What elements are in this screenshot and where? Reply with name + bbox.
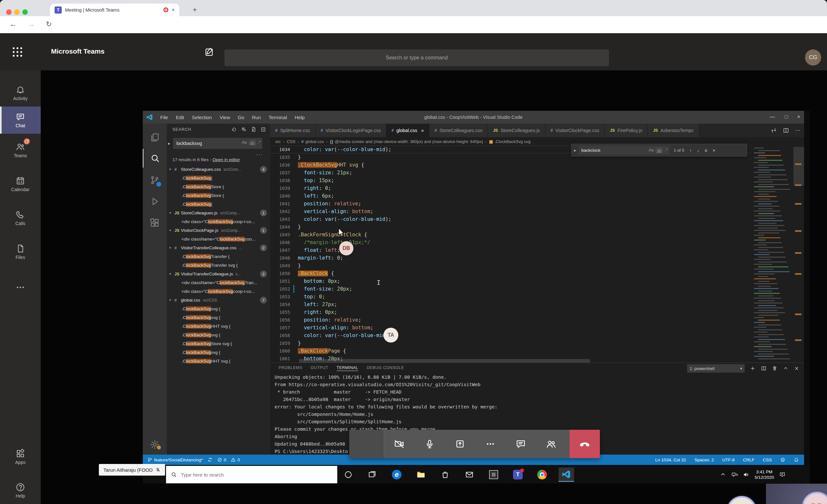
refresh-icon[interactable] xyxy=(231,127,237,133)
activity-debug-icon[interactable] xyxy=(143,192,167,211)
taskbar-teams-icon[interactable]: T xyxy=(510,467,526,482)
sidebar-item-calendar[interactable]: Calendar xyxy=(0,170,41,198)
hangup-button[interactable] xyxy=(570,430,600,458)
search-result-match[interactable]: .ClockBackSvgStore svg { xyxy=(167,339,270,348)
more-actions-icon[interactable]: ⋯ xyxy=(795,127,801,134)
control-more-button[interactable] xyxy=(475,430,505,458)
search-result-match[interactable]: .ClockBackSvg { xyxy=(167,174,270,183)
match-case-icon[interactable]: Aa xyxy=(242,140,246,145)
feedback-icon[interactable] xyxy=(780,457,785,462)
status-language[interactable]: CSS xyxy=(763,457,772,462)
search-result-match[interactable]: .ClockBackSvgStore { xyxy=(167,191,270,200)
teams-search-input[interactable] xyxy=(225,49,609,66)
new-tab-button[interactable]: + xyxy=(193,6,197,13)
activity-scm-icon[interactable] xyxy=(143,171,167,190)
participant-tile-db[interactable]: DB Dipanjana Bose (Sharepoi... xyxy=(766,484,827,504)
menu-run[interactable]: Run xyxy=(249,113,264,121)
taskbar-clock[interactable]: 3:41 PM 5/12/2020 xyxy=(755,469,774,480)
control-share-button[interactable] xyxy=(445,430,475,458)
activity-search-icon[interactable] xyxy=(143,149,167,167)
breadcrumb-segment[interactable]: CSS xyxy=(287,139,296,144)
participant-avatar-ta[interactable]: TA xyxy=(727,496,757,504)
editor-tab-StoreColleagues.css[interactable]: #StoreColleagues.css xyxy=(429,124,488,137)
find-expand-icon[interactable]: ▸ xyxy=(574,148,576,153)
sidebar-item-chat[interactable]: Chat xyxy=(0,107,41,134)
app-launcher-icon[interactable] xyxy=(11,46,24,58)
taskbar-chrome-icon[interactable] xyxy=(534,467,550,482)
horizontal-scrollbar[interactable] xyxy=(299,359,590,363)
search-result-file[interactable]: ▾JSVisitorTransferColleague.jss...2 xyxy=(167,269,270,278)
editor-tab-StoreColleagues.js[interactable]: JSStoreColleagues.js xyxy=(488,124,545,137)
user-avatar[interactable]: CG xyxy=(805,49,821,65)
regex-icon[interactable]: .* xyxy=(258,140,260,145)
taskbar-vscode-icon[interactable] xyxy=(558,467,574,482)
activity-extensions-icon[interactable] xyxy=(143,213,167,232)
editor-tab-FirePolicy.js[interactable]: JSFirePolicy.js xyxy=(605,124,648,137)
editor-tab-SplitHome.css[interactable]: #SplitHome.css xyxy=(270,124,315,137)
taskbar-photos-icon[interactable] xyxy=(486,467,501,482)
breadcrumb-segment[interactable]: src xyxy=(275,139,281,144)
search-result-match[interactable]: .ClockBackSvg svg { xyxy=(167,348,270,357)
kill-terminal-icon[interactable] xyxy=(772,365,778,371)
control-mic-button[interactable] xyxy=(415,430,445,458)
clear-results-icon[interactable] xyxy=(241,127,247,133)
status-encoding[interactable]: UTF-8 xyxy=(722,457,735,462)
forward-button[interactable]: → xyxy=(28,20,35,29)
menu-terminal[interactable]: Terminal xyxy=(265,113,290,121)
action-center-icon[interactable] xyxy=(779,471,786,478)
search-result-match[interactable]: <div className="ClockBackSvgTran... xyxy=(167,278,270,287)
new-terminal-icon[interactable] xyxy=(750,365,756,371)
find-regex-icon[interactable]: .* xyxy=(665,148,667,153)
search-result-file[interactable]: ▾#VisitorTransferColleague.css...2 xyxy=(167,244,270,252)
search-result-file[interactable]: ▾#StoreColleagues.csssrc\Com...4 xyxy=(167,165,270,174)
close-panel-icon[interactable] xyxy=(794,365,799,371)
search-result-match[interactable]: .ClockBackSvg svg { xyxy=(167,304,270,313)
taskbar-explorer-icon[interactable] xyxy=(413,467,429,482)
sidebar-item-apps[interactable]: Apps xyxy=(0,443,41,470)
search-result-match[interactable]: .ClockBackSvg { xyxy=(167,200,270,209)
search-result-match[interactable]: .ClockBackSvgHHT svg { xyxy=(167,322,270,331)
mac-close-button[interactable] xyxy=(6,9,12,15)
editor-tab-VisitorClockLoginPage.css[interactable]: #VisitorClockLoginPage.css xyxy=(315,124,386,137)
collapse-all-icon[interactable] xyxy=(260,127,266,133)
sidebar-item-activity[interactable]: Activity xyxy=(0,80,41,107)
search-result-match[interactable]: <div class="ClockBackSvg coop-l-co... xyxy=(167,217,270,226)
mac-minimize-button[interactable] xyxy=(14,9,20,15)
panel-tab-debug-console[interactable]: DEBUG CONSOLE xyxy=(367,365,404,371)
compose-icon[interactable] xyxy=(204,47,214,57)
browser-tab[interactable]: T Meeting | Microsoft Teams × xyxy=(50,4,179,16)
mac-maximize-button[interactable] xyxy=(22,9,28,15)
maximize-panel-icon[interactable] xyxy=(783,365,788,371)
menu-selection[interactable]: Selection xyxy=(189,113,215,121)
search-result-match[interactable]: .ClockBackSvg svg { xyxy=(167,313,270,322)
reload-button[interactable]: ↻ xyxy=(46,20,52,29)
search-result-file[interactable]: ▾#global.csssrc\CSS7 xyxy=(167,296,270,304)
taskbar-mail-icon[interactable] xyxy=(461,467,477,482)
editor-tab-AsbestosTempc[interactable]: JSAsbestosTempc xyxy=(648,124,699,137)
find-next-icon[interactable]: ↓ xyxy=(697,148,700,153)
taskbar-edge-icon[interactable]: e xyxy=(389,467,404,482)
activity-settings-gear-icon[interactable] xyxy=(143,435,167,454)
back-button[interactable]: ← xyxy=(10,20,17,29)
breadcrumb-segment[interactable]: @media screen and (max-device-width: 360… xyxy=(335,139,483,144)
notifications-bell-icon[interactable] xyxy=(794,457,799,462)
taskbar-store-icon[interactable] xyxy=(437,467,453,482)
status-eol[interactable]: CRLF xyxy=(743,457,754,462)
new-search-editor-icon[interactable] xyxy=(251,127,256,133)
whole-word-icon[interactable]: ab xyxy=(249,140,255,145)
minimize-icon[interactable]: — xyxy=(770,114,775,120)
search-result-file[interactable]: ▾JSVisitorClockPage.jssrc\Comp...1 xyxy=(167,226,270,235)
panel-tab-terminal[interactable]: TERMINAL xyxy=(337,365,358,371)
panel-tab-problems[interactable]: PROBLEMS xyxy=(279,365,302,371)
sidebar-item-teams[interactable]: Teams@ xyxy=(0,137,41,164)
control-people-button[interactable] xyxy=(536,430,566,458)
tab-close-icon[interactable]: × xyxy=(172,7,175,13)
search-result-match[interactable]: .ClockBackSvg svg { xyxy=(167,331,270,339)
menu-view[interactable]: View xyxy=(216,113,233,121)
windows-search-input[interactable] xyxy=(181,472,317,477)
search-result-match[interactable]: .ClockBackSvgTransfer { xyxy=(167,252,270,261)
participant-bubble-db[interactable]: DB xyxy=(339,241,353,255)
status-indentation[interactable]: Spaces: 2 xyxy=(694,457,714,462)
search-result-match[interactable]: <div class="ClockBackSvg coop-l-co... xyxy=(167,287,270,296)
windows-search-box[interactable] xyxy=(166,466,337,483)
